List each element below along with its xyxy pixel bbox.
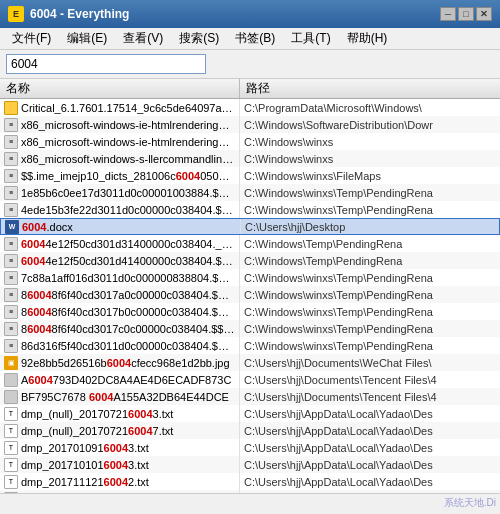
table-row[interactable]: Critical_6.1.7601.17514_9c6c5de64097a991…	[0, 99, 500, 116]
txt-icon: T	[4, 492, 18, 494]
maximize-button[interactable]: □	[458, 7, 474, 21]
table-row[interactable]: ≡1e85b6c0ee17d3011d0c00001003884.$$.ime_…	[0, 184, 500, 201]
file-name-cell: ≡7c88a1aff016d3011d0c000000838804.$$.ime…	[0, 269, 240, 286]
file-path-cell: C:\Users\hjj\AppData\Local\Yadao\Des	[240, 456, 500, 473]
file-name-cell: ▣92e8bb5d26516b6004cfecc968e1d2bb.jpg	[0, 354, 240, 371]
match-highlight: 6004	[104, 459, 128, 471]
table-row[interactable]: ≡x86_microsoft-windows-ie-htmlrendering_…	[0, 133, 500, 150]
menu-item[interactable]: 编辑(E)	[59, 28, 115, 49]
file-name-cell: ≡4ede15b3fe22d3011d0c00000c038404.$$.ime…	[0, 201, 240, 218]
table-row[interactable]: ▣92e8bb5d26516b6004cfecc968e1d2bb.jpgC:\…	[0, 354, 500, 371]
table-row[interactable]: ≡860048f6f40cd3017b0c00000c038404.$$.cdf…	[0, 303, 500, 320]
match-highlight: 6004	[128, 408, 152, 420]
file-name-cell: ≡860048f6f40cd3017c0c00000c038404.$$.dia…	[0, 320, 240, 337]
file-name-text: x86_microsoft-windows-ie-htmlrendering_3…	[21, 119, 235, 131]
cdf-icon: ≡	[4, 118, 18, 132]
file-name-cell: Critical_6.1.7601.17514_9c6c5de64097a991…	[0, 99, 240, 116]
menu-item[interactable]: 查看(V)	[115, 28, 171, 49]
match-highlight: 6004	[22, 221, 46, 233]
table-row[interactable]: ≡$$.ime_imejp10_dicts_281006c6004050618.…	[0, 167, 500, 184]
table-row[interactable]: ≡x86_microsoft-windows-s-llercommandline…	[0, 150, 500, 167]
txt-icon: T	[4, 475, 18, 489]
app-icon: E	[8, 6, 24, 22]
file-name-text: dmp_(null)_2017072160047.txt	[21, 425, 235, 437]
cdf-icon: ≡	[4, 186, 18, 200]
file-list[interactable]: Critical_6.1.7601.17514_9c6c5de64097a991…	[0, 99, 500, 493]
column-path-header[interactable]: 路径	[240, 79, 500, 98]
file-name-cell: ≡60044e12f50cd301d31400000c038404._00000…	[0, 235, 240, 252]
file-name-text: 1e85b6c0ee17d3011d0c00001003884.$$.ime_i…	[21, 187, 235, 199]
file-name-cell: ≡860048f6f40cd3017b0c00000c038404.$$.cdf…	[0, 303, 240, 320]
file-name-text: dmp_20171122160045.txt	[21, 493, 235, 494]
table-row[interactable]: Tdmp_(null)_2017072160047.txtC:\Users\hj…	[0, 422, 500, 439]
cdf-icon: ≡	[4, 152, 18, 166]
table-row[interactable]: ≡86d316f5f40cd3011d0c00000c038404.$$.ime…	[0, 337, 500, 354]
file-name-text: BF795C7678 6004A155A32DB64E44DCE	[21, 391, 235, 403]
table-row[interactable]: Tdmp_20171122160045.txtC:\Users\hjj\A	[0, 490, 500, 493]
file-path-cell: C:\Users\hjj\AppData\Local\Yadao\Des	[240, 439, 500, 456]
file-name-cell: ≡1e85b6c0ee17d3011d0c00001003884.$$.ime_…	[0, 184, 240, 201]
table-row[interactable]: W6004.docxC:\Users\hjj\Desktop	[0, 218, 500, 235]
file-name-text: x86_microsoft-windows-s-llercommandlinet…	[21, 153, 235, 165]
file-name-cell: Tdmp_20171122160045.txt	[0, 490, 240, 493]
table-row[interactable]: Tdmp_20170109160043.txtC:\Users\hjj\AppD…	[0, 439, 500, 456]
file-path-cell: C:\Users\hjj\AppData\Local\Yadao\Des	[240, 405, 500, 422]
file-name-cell: Tdmp_(null)_2017072160043.txt	[0, 405, 240, 422]
table-row[interactable]: ≡7c88a1aff016d3011d0c000000838804.$$.ime…	[0, 269, 500, 286]
table-row[interactable]: Tdmp_20171112160042.txtC:\Users\hjj\AppD…	[0, 473, 500, 490]
close-button[interactable]: ✕	[476, 7, 492, 21]
cdf-icon: ≡	[4, 339, 18, 353]
menu-item[interactable]: 帮助(H)	[339, 28, 396, 49]
file-path-cell: C:\Windows\winxs\Temp\PendingRena	[240, 320, 500, 337]
menu-item[interactable]: 书签(B)	[227, 28, 283, 49]
title-bar: E 6004 - Everything ─ □ ✕	[0, 0, 500, 28]
match-highlight: 6004	[21, 255, 45, 267]
txt-icon: T	[4, 458, 18, 472]
file-name-cell: Tdmp_20171010160043.txt	[0, 456, 240, 473]
txt-icon: T	[4, 441, 18, 455]
file-name-text: 86d316f5f40cd3011d0c00000c038404.$$.ime_…	[21, 340, 235, 352]
menu-item[interactable]: 工具(T)	[283, 28, 338, 49]
file-name-text: 60044e12f50cd301d41400000c038404.$$.cdf-…	[21, 255, 235, 267]
docx-icon: W	[5, 220, 19, 234]
table-row[interactable]: Tdmp_20171010160043.txtC:\Users\hjj\AppD…	[0, 456, 500, 473]
table-row[interactable]: BF795C7678 6004A155A32DB64E44DCEC:\Users…	[0, 388, 500, 405]
folder-icon	[4, 101, 18, 115]
match-highlight: 6004	[176, 170, 200, 182]
cdf-icon: ≡	[4, 288, 18, 302]
menu-item[interactable]: 文件(F)	[4, 28, 59, 49]
file-name-text: Critical_6.1.7601.17514_9c6c5de64097a991…	[21, 102, 235, 114]
file-name-cell: ≡86d316f5f40cd3011d0c00000c038404.$$.ime…	[0, 337, 240, 354]
minimize-button[interactable]: ─	[440, 7, 456, 21]
window-controls[interactable]: ─ □ ✕	[440, 7, 492, 21]
window-title: 6004 - Everything	[30, 7, 440, 21]
file-path-cell: C:\Windows\Temp\PendingRena	[240, 252, 500, 269]
match-highlight: 6004	[107, 357, 131, 369]
file-name-cell: Tdmp_(null)_2017072160047.txt	[0, 422, 240, 439]
table-row[interactable]: ≡60044e12f50cd301d31400000c038404._00000…	[0, 235, 500, 252]
file-path-cell: C:\Windows\winxs\Temp\PendingRena	[240, 184, 500, 201]
table-row[interactable]: ≡60044e12f50cd301d41400000c038404.$$.cdf…	[0, 252, 500, 269]
match-highlight: 6004	[27, 306, 51, 318]
file-name-text: dmp_20170109160043.txt	[21, 442, 235, 454]
table-row[interactable]: Tdmp_(null)_2017072160043.txtC:\Users\hj…	[0, 405, 500, 422]
table-row[interactable]: ≡x86_microsoft-windows-ie-htmlrendering_…	[0, 116, 500, 133]
match-highlight: 6004	[104, 476, 128, 488]
search-input[interactable]	[6, 54, 206, 74]
column-name-header[interactable]: 名称	[0, 79, 240, 98]
menu-item[interactable]: 搜索(S)	[171, 28, 227, 49]
file-name-cell: ≡x86_microsoft-windows-ie-htmlrendering_…	[0, 116, 240, 133]
match-highlight: 6004	[27, 323, 51, 335]
table-row[interactable]: A6004793D402DC8A4AE4D6ECADF873CC:\Users\…	[0, 371, 500, 388]
file-path-cell: C:\Windows\SoftwareDistribution\Dowr	[240, 116, 500, 133]
table-row[interactable]: ≡4ede15b3fe22d3011d0c00000c038404.$$.ime…	[0, 201, 500, 218]
cdf-icon: ≡	[4, 271, 18, 285]
file-name-cell: W6004.docx	[1, 219, 241, 234]
table-row[interactable]: ≡860048f6f40cd3017c0c00000c038404.$$.dia…	[0, 320, 500, 337]
file-name-text: 860048f6f40cd3017c0c00000c038404.$$.diag…	[21, 323, 235, 335]
match-highlight: 6004	[104, 493, 128, 494]
file-name-text: $$.ime_imejp10_dicts_281006c6004050618.c…	[21, 170, 235, 182]
table-row[interactable]: ≡860048f6f40cd3017a0c00000c038404.$$.ime…	[0, 286, 500, 303]
file-path-cell: C:\Windows\winxs\FileMaps	[240, 167, 500, 184]
menu-bar: 文件(F)编辑(E)查看(V)搜索(S)书签(B)工具(T)帮助(H)	[0, 28, 500, 50]
